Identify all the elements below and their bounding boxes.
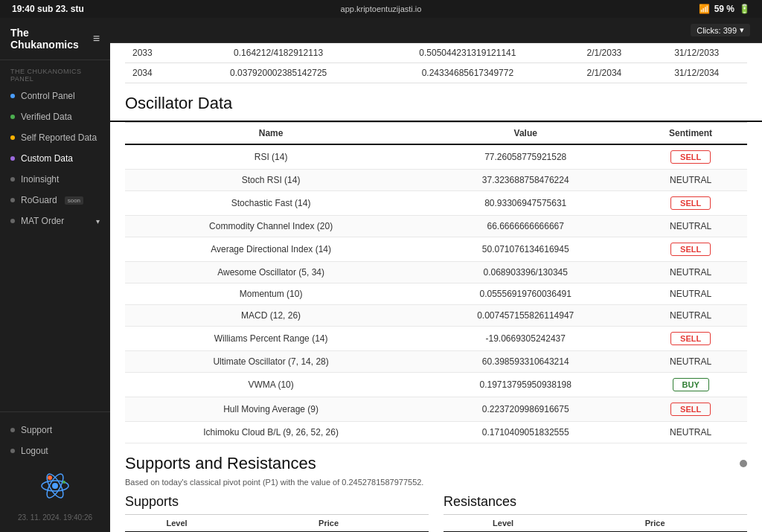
- battery-icon: 🔋: [739, 4, 750, 14]
- oscillator-value: 0.223720998691667​5: [417, 397, 634, 422]
- oscillator-row: Momentum (10)0.05556919760036491NEUTRAL: [125, 283, 747, 305]
- top-table: 20330.164212/41829121130.505044231319121…: [125, 43, 747, 83]
- dot-icon: [10, 115, 15, 119]
- oscillator-name: VWMA (10): [125, 373, 417, 397]
- oscillator-name: Stoch RSI (14): [125, 170, 417, 191]
- supports-title: Supports and Resistances: [125, 454, 316, 473]
- oscillator-table-container: Name Value Sentiment RSI (14)77.26058775…: [110, 122, 762, 443]
- oscillator-row: Stoch RSI (14)37.32368875847622​4NEUTRAL: [125, 170, 747, 191]
- oscillator-value: 0.1710409051832555: [417, 422, 634, 443]
- oscillator-name: Average Directional Index (14): [125, 237, 417, 262]
- sidebar-time: 23. 11. 2024. 19:40:26: [0, 510, 110, 525]
- oscillator-sentiment: NEUTRAL: [634, 305, 747, 327]
- oscillator-value: 60.398593310643214: [417, 351, 634, 373]
- sidebar-label: Self Reported Data: [21, 132, 97, 143]
- sidebar-item-control-panel[interactable]: Control Panel: [0, 86, 110, 106]
- dot-icon: [10, 198, 15, 202]
- oscillator-row: Stochastic Fast (14)80.93306947575631SEL…: [125, 191, 747, 216]
- oscillator-sentiment: SELL: [634, 397, 747, 422]
- atom-icon: [36, 467, 74, 504]
- resistances-header-level: Level: [444, 515, 563, 533]
- sidebar-section-label: THE CHUKANOMICS PANEL: [0, 60, 110, 86]
- resistances-header-price: Price: [563, 515, 747, 533]
- sidebar-logo: The Chukanomics ≡: [0, 18, 110, 60]
- svg-point-4: [48, 475, 52, 480]
- main-content[interactable]: 20330.164212/41829121130.505044231319121…: [110, 43, 762, 532]
- oscillator-name: Commodity Channel Index (20): [125, 216, 417, 237]
- col-header-sentiment: Sentiment: [634, 123, 747, 145]
- sidebar-item-mat-order[interactable]: MAT Order ▾: [0, 211, 110, 231]
- sidebar-item-self-reported[interactable]: Self Reported Data: [0, 127, 110, 148]
- sidebar: The Chukanomics ≡ THE CHUKANOMICS PANEL …: [0, 18, 110, 532]
- oscillator-name: Ultimate Oscillator (7, 14, 28): [125, 351, 417, 373]
- sidebar-label: MAT Order: [21, 216, 64, 226]
- oscillator-row: Ultimate Oscillator (7, 14, 28)60.398593…: [125, 351, 747, 373]
- status-bar: 19:40 sub 23. stu app.kriptoentuzijasti.…: [0, 0, 762, 18]
- oscillator-sentiment: NEUTRAL: [634, 170, 747, 191]
- supports-header-level: Level: [125, 515, 228, 533]
- hamburger-icon[interactable]: ≡: [93, 32, 100, 45]
- sell-badge: SELL: [670, 403, 711, 416]
- oscillator-name: Stochastic Fast (14): [125, 191, 417, 216]
- oscillator-row: Commodity Channel Index (20)66.666666666…: [125, 216, 747, 237]
- oscillator-row: Hull Moving Average (9)0.223720998691667…: [125, 397, 747, 422]
- oscillator-sentiment: BUY: [634, 373, 747, 397]
- oscillator-row: Awesome Oscillator (5, 34)0.068903396/13…: [125, 262, 747, 283]
- sidebar-item-logout[interactable]: Logout: [0, 440, 110, 461]
- wifi-icon: 📶: [699, 4, 710, 14]
- chevron-down-icon: ▾: [96, 217, 100, 225]
- sell-badge: SELL: [670, 243, 711, 256]
- sidebar-bottom: Support Logout 23. 11. 2024. 19:40:26: [0, 411, 110, 532]
- supports-col: Supports Level Price Support 10.22791480…: [125, 494, 429, 532]
- oscillator-value: 0.05556919760036491: [417, 283, 634, 305]
- status-url: app.kriptoentuzijasti.io: [341, 4, 422, 13]
- oscillator-sentiment: SELL: [634, 191, 747, 216]
- sidebar-label: Logout: [21, 446, 48, 456]
- clicks-badge[interactable]: Clicks: 399 ▾: [691, 24, 750, 36]
- oscillator-value: 37.32368875847622​4: [417, 170, 634, 191]
- oscillator-row: VWMA (10)0.19713795950938198BUY: [125, 373, 747, 397]
- top-bar: Clicks: 399 ▾: [110, 18, 762, 43]
- oscillator-value: -19.0669305242437: [417, 327, 634, 351]
- sidebar-item-verified-data[interactable]: Verified Data: [0, 106, 110, 127]
- clicks-text: Clicks: 399: [697, 26, 737, 35]
- supports-table: Level Price Support 10.2279148036005344: [125, 514, 429, 532]
- battery-level: 59 %: [714, 4, 734, 14]
- sidebar-item-custom-data[interactable]: Custom Data: [0, 148, 110, 169]
- sidebar-label: Custom Data: [21, 153, 73, 164]
- svg-point-5: [63, 481, 65, 484]
- oscillator-sentiment: NEUTRAL: [634, 351, 747, 373]
- sell-badge: SELL: [670, 196, 711, 210]
- sidebar-label: Control Panel: [21, 91, 75, 101]
- svg-point-0: [52, 483, 58, 489]
- oscillator-sentiment: SELL: [634, 144, 747, 170]
- supports-col-title: Supports: [125, 494, 429, 510]
- sidebar-item-support[interactable]: Support: [0, 420, 110, 440]
- soon-badge: soon: [65, 196, 83, 205]
- dot-icon: [10, 156, 15, 161]
- oscillator-section-title: Oscillator Data: [110, 83, 762, 122]
- dot-icon: [10, 219, 15, 223]
- dot-icon: [10, 428, 15, 432]
- col-header-name: Name: [125, 123, 417, 145]
- sidebar-label: RoGuard: [21, 195, 57, 205]
- sidebar-item-roguard[interactable]: RoGuard soon: [0, 190, 110, 211]
- buy-badge: BUY: [673, 378, 709, 391]
- sidebar-label: Support: [21, 425, 52, 435]
- oscillator-table: Name Value Sentiment RSI (14)77.26058775…: [125, 122, 747, 443]
- status-right: 📶 59 % 🔋: [699, 4, 750, 14]
- sidebar-label: Inoinsight: [21, 174, 59, 185]
- resistances-col-title: Resistances: [444, 494, 747, 510]
- oscillator-value: 0.068903396/130345: [417, 262, 634, 283]
- resistances-table: Level Price Resistance 10.27546246710805…: [444, 514, 747, 532]
- col-header-value: Value: [417, 123, 634, 145]
- oscillator-row: Williams Percent Range (14)-19.066930524…: [125, 327, 747, 351]
- dot-icon: [10, 449, 15, 453]
- oscillator-sentiment: NEUTRAL: [634, 262, 747, 283]
- app-container: The Chukanomics ≡ THE CHUKANOMICS PANEL …: [0, 18, 762, 532]
- table-row: 20330.164212/41829121130.505044231319121…: [125, 43, 747, 63]
- sidebar-item-inoinsight[interactable]: Inoinsight: [0, 169, 110, 190]
- dot-icon: [10, 135, 15, 140]
- oscillator-value: 50.071076134616945: [417, 237, 634, 262]
- sell-badge: SELL: [670, 150, 711, 164]
